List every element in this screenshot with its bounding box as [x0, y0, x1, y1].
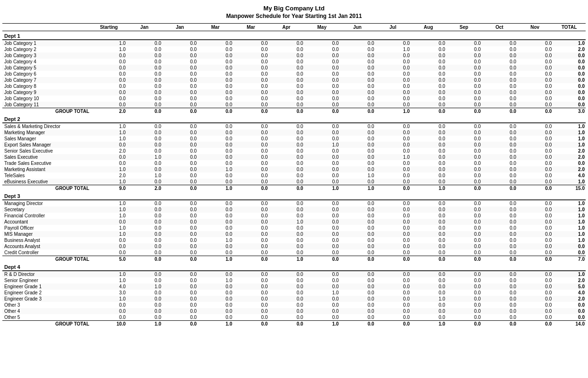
data-cell: 0.0	[446, 40, 482, 46]
data-cell: 0.0	[446, 142, 482, 148]
data-cell: 0.0	[446, 136, 482, 142]
total-cell: 2.0	[553, 154, 586, 160]
data-cell: 2.0	[91, 148, 127, 154]
data-cell: 0.0	[411, 40, 446, 46]
data-cell: 0.0	[304, 219, 339, 225]
data-cell: 0.0	[233, 83, 268, 89]
data-cell: 0.0	[446, 284, 482, 290]
data-cell: 0.0	[446, 172, 482, 179]
table-row: MIS Manager 1.00.00.00.00.00.00.00.00.00…	[2, 231, 586, 237]
data-cell: 0.0	[198, 40, 233, 46]
data-cell: 1.0	[198, 237, 233, 243]
data-cell: 0.0	[198, 200, 233, 206]
row-label: Credit Controller	[2, 249, 91, 256]
row-label: Accounts Analyst	[2, 243, 91, 249]
table-row: Business Analyst 0.00.00.01.00.00.00.00.…	[2, 237, 586, 243]
data-cell: 0.0	[127, 308, 162, 314]
data-cell: 0.0	[517, 166, 553, 172]
data-cell: 0.0	[340, 231, 375, 237]
data-cell: 0.0	[162, 83, 198, 89]
data-cell: 0.0	[517, 206, 553, 213]
data-cell: 0.0	[268, 225, 304, 231]
row-label: Senior Engineer	[2, 277, 91, 284]
data-cell: 0.0	[375, 231, 411, 237]
data-cell: 0.0	[91, 219, 127, 225]
data-cell: 0.0	[482, 142, 517, 148]
data-cell: 0.0	[411, 102, 446, 108]
data-cell: 0.0	[446, 46, 482, 52]
data-cell: 0.0	[268, 200, 304, 206]
data-cell: 0.0	[375, 302, 411, 308]
data-cell: 0.0	[482, 148, 517, 154]
data-cell: 0.0	[482, 296, 517, 302]
data-cell: 0.0	[340, 83, 375, 89]
col-header-mar2: Mar	[233, 24, 268, 31]
row-label: Other 3	[2, 302, 91, 308]
data-cell: 0.0	[482, 136, 517, 142]
data-cell: 0.0	[233, 314, 268, 321]
data-cell: 0.0	[233, 179, 268, 185]
table-row: Secretary 1.00.00.00.00.00.00.00.00.00.0…	[2, 206, 586, 213]
data-cell: 0.0	[411, 95, 446, 102]
data-cell: 0.0	[162, 129, 198, 136]
data-cell: 0.0	[162, 185, 198, 192]
row-label: TeleSales	[2, 172, 91, 179]
data-cell: 0.0	[127, 314, 162, 321]
data-cell: 0.0	[517, 123, 553, 129]
data-cell: 1.0	[91, 46, 127, 52]
data-cell: 0.0	[127, 136, 162, 142]
total-cell: 1.0	[553, 231, 586, 237]
data-cell: 0.0	[268, 142, 304, 148]
data-cell: 0.0	[233, 172, 268, 179]
data-cell: 0.0	[304, 172, 339, 179]
data-cell: 0.0	[162, 249, 198, 256]
data-cell: 0.0	[517, 172, 553, 179]
data-cell: 0.0	[446, 314, 482, 321]
total-cell: 4.0	[553, 172, 586, 179]
data-cell: 4.0	[91, 284, 127, 290]
data-cell: 0.0	[91, 77, 127, 83]
table-row: R & D Director 1.00.00.00.00.00.00.00.00…	[2, 271, 586, 277]
data-cell: 0.0	[411, 160, 446, 166]
row-label: Managing Director	[2, 200, 91, 206]
data-cell: 0.0	[268, 213, 304, 219]
data-cell: 0.0	[340, 249, 375, 256]
row-label: Financial Controller	[2, 213, 91, 219]
data-cell: 0.0	[304, 237, 339, 243]
total-cell: 0.0	[553, 249, 586, 256]
data-cell: 2.0	[91, 172, 127, 179]
table-row: Marketing Manager 1.00.00.00.00.00.00.00…	[2, 129, 586, 136]
data-cell: 0.0	[91, 314, 127, 321]
data-cell: 0.0	[127, 225, 162, 231]
data-cell: 0.0	[517, 136, 553, 142]
data-cell: 0.0	[340, 271, 375, 277]
group-total-row: GROUP TOTAL 9.02.00.01.00.00.01.01.00.01…	[2, 185, 586, 192]
data-cell: 0.0	[127, 40, 162, 46]
data-cell: 1.0	[198, 185, 233, 192]
data-cell: 1.0	[198, 277, 233, 284]
data-cell: 1.0	[340, 172, 375, 179]
table-row: Payroll Officer 1.00.00.00.00.00.00.00.0…	[2, 225, 586, 231]
data-cell: 0.0	[198, 102, 233, 108]
data-cell: 0.0	[233, 321, 268, 327]
data-cell: 0.0	[304, 108, 339, 115]
data-cell: 0.0	[482, 321, 517, 327]
data-cell: 0.0	[304, 40, 339, 46]
data-cell: 0.0	[162, 321, 198, 327]
data-cell: 0.0	[162, 160, 198, 166]
data-cell: 0.0	[446, 166, 482, 172]
data-cell: 1.0	[91, 296, 127, 302]
data-cell: 0.0	[375, 89, 411, 95]
data-cell: 0.0	[340, 40, 375, 46]
group-total-row: GROUP TOTAL 2.00.00.00.00.00.00.00.01.00…	[2, 108, 586, 115]
data-cell: 0.0	[91, 237, 127, 243]
data-cell: 0.0	[233, 249, 268, 256]
data-cell: 0.0	[127, 142, 162, 148]
data-cell: 0.0	[375, 185, 411, 192]
data-cell: 0.0	[268, 271, 304, 277]
data-cell: 0.0	[411, 249, 446, 256]
data-cell: 0.0	[375, 284, 411, 290]
data-cell: 0.0	[482, 129, 517, 136]
data-cell: 0.0	[446, 185, 482, 192]
data-cell: 0.0	[304, 160, 339, 166]
